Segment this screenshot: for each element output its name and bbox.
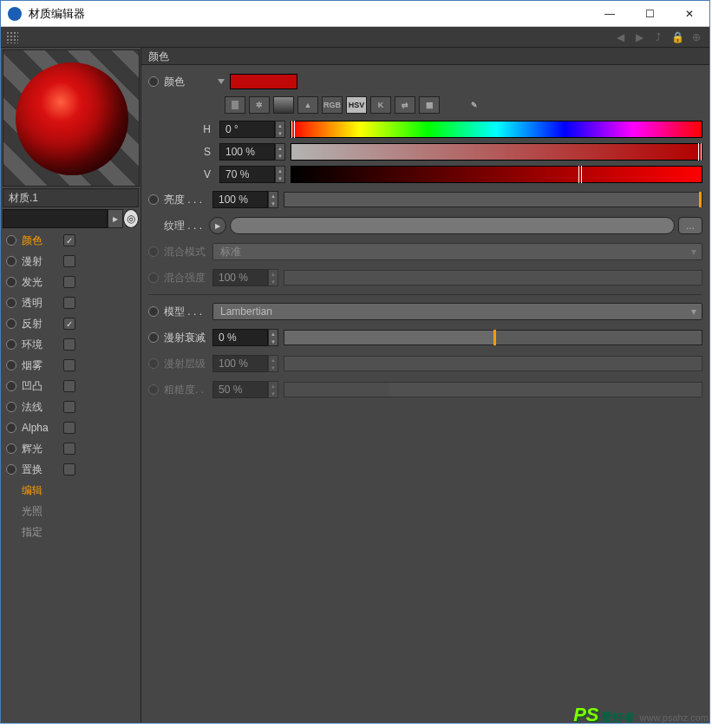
channel-bump[interactable]: 凹凸 [1,376,140,397]
picker-wheel-icon[interactable] [225,96,245,114]
minimize-button[interactable]: — [590,1,630,27]
slider-roughness [284,382,702,397]
maximize-button[interactable]: ☐ [630,1,670,27]
dropdown-arrow-icon[interactable] [218,79,225,84]
checkbox-bump[interactable] [63,380,75,392]
radio-color[interactable] [148,76,159,87]
picker-swatches-icon[interactable]: ▦ [419,96,440,114]
input-level: 100 % [212,355,268,372]
texture-browse-button[interactable]: ... [678,217,702,234]
section-header: 颜色 [141,48,709,65]
radio-mixmode [148,246,159,257]
channel-color[interactable]: 颜色✓ [1,230,140,251]
slider-v[interactable] [291,166,702,183]
texture-field[interactable] [230,217,675,234]
stepper-h[interactable]: ▲▼ [275,121,285,138]
row-model: 模型 . . . Lambertian [148,300,702,323]
lock-icon[interactable]: 🔒 [670,30,685,45]
checkbox-luminance[interactable] [63,276,75,288]
checkbox-color[interactable]: ✓ [63,234,75,246]
picker-image-icon[interactable]: ▲ [297,96,318,114]
stepper-brightness[interactable]: ▲▼ [268,191,278,208]
channel-list: 颜色✓ 漫射 发光 透明 反射✓ 环境 烟雾 凹凸 法线 Alpha 辉光 置换… [1,230,140,723]
stepper-s[interactable]: ▲▼ [275,143,285,161]
picker-rgb-button[interactable]: RGB [322,96,343,114]
radio-model[interactable] [148,306,159,317]
radio-brightness[interactable] [148,194,159,205]
channel-diffuse[interactable]: 漫射 [1,251,140,272]
titlebar: 材质编辑器 — ☐ ✕ [1,1,709,27]
stepper-level: ▲▼ [268,355,278,372]
picker-k-button[interactable]: K [370,96,391,114]
input-v[interactable]: 70 % [219,166,275,183]
input-brightness[interactable]: 100 % [212,191,268,208]
checkbox-environment[interactable] [63,338,75,351]
channel-normal[interactable]: 法线 [1,397,140,417]
tab-editor[interactable]: 编辑 [1,480,140,501]
checkbox-alpha[interactable] [63,422,75,434]
radio-falloff[interactable] [148,332,159,343]
stepper-falloff[interactable]: ▲▼ [268,329,278,346]
material-name-field[interactable]: 材质.1 [3,188,139,207]
channel-luminance[interactable]: 发光 [1,272,140,292]
grid-icon[interactable] [6,31,18,43]
slider-falloff[interactable] [284,330,702,345]
checkbox-displacement[interactable] [63,463,75,475]
channel-displacement[interactable]: 置换 [1,459,140,480]
picker-mixer-icon[interactable]: ⇄ [395,96,415,114]
input-falloff[interactable]: 0 % [212,329,268,346]
row-brightness: 亮度 . . . 100 % ▲▼ [148,188,702,211]
search-dropdown-button[interactable]: ▸ [108,209,123,228]
row-mixmode: 混合模式 标准 [148,240,702,263]
dropdown-mixmode[interactable]: 标准 [212,243,702,260]
row-mixstrength: 混合强度 100 % ▲▼ [148,266,702,289]
label-roughness: 粗糙度. . [164,383,212,397]
label-h: H [148,123,219,135]
row-hue: H 0 ° ▲▼ [148,121,702,138]
channel-environment[interactable]: 环境 [1,334,140,355]
channel-alpha[interactable]: Alpha [1,417,140,438]
input-h[interactable]: 0 ° [219,121,275,138]
stepper-v[interactable]: ▲▼ [275,166,285,183]
tab-assignment[interactable]: 指定 [1,521,140,542]
prev-arrow-icon[interactable]: ◀ [612,30,628,45]
search-input[interactable] [3,209,108,228]
channel-transparency[interactable]: 透明 [1,292,140,313]
checkbox-fog[interactable] [63,359,75,371]
eyedropper-icon[interactable]: ✎ [464,96,485,114]
color-mode-row: ✲ ▲ RGB HSV K ⇄ ▦ ✎ [225,96,702,114]
slider-level [284,356,702,371]
radio-roughness [148,384,159,395]
label-brightness: 亮度 . . . [164,193,212,207]
channel-glow[interactable]: 辉光 [1,438,140,459]
label-model: 模型 . . . [164,305,212,319]
new-tab-icon[interactable]: ⊕ [689,30,704,45]
channel-reflection[interactable]: 反射✓ [1,313,140,334]
slider-s[interactable] [291,143,702,161]
input-s[interactable]: 100 % [219,143,275,161]
texture-menu-button[interactable]: ▶ [209,217,226,234]
checkbox-normal[interactable] [63,401,75,413]
checkbox-reflection[interactable]: ✓ [63,318,75,330]
slider-h[interactable] [291,121,702,138]
input-roughness: 50 % [212,381,268,398]
slider-brightness[interactable] [284,192,702,207]
picker-spectrum-icon[interactable]: ✲ [249,96,270,114]
label-level: 漫射层级 [164,357,212,371]
dropdown-model[interactable]: Lambertian [212,303,702,320]
up-icon[interactable]: ⤴ [650,30,666,45]
picker-hsv-button[interactable]: HSV [346,96,367,114]
checkbox-glow[interactable] [63,443,75,455]
svg-rect-0 [232,101,238,109]
target-icon[interactable]: ◎ [123,209,139,228]
label-v: V [148,168,219,180]
channel-fog[interactable]: 烟雾 [1,355,140,376]
material-preview[interactable] [3,49,140,187]
close-button[interactable]: ✕ [670,1,709,27]
picker-gradient-icon[interactable] [273,96,294,114]
tab-illumination[interactable]: 光照 [1,501,140,521]
checkbox-diffuse[interactable] [63,255,75,267]
color-swatch[interactable] [230,74,297,89]
next-arrow-icon[interactable]: ▶ [631,30,647,45]
checkbox-transparency[interactable] [63,297,75,309]
